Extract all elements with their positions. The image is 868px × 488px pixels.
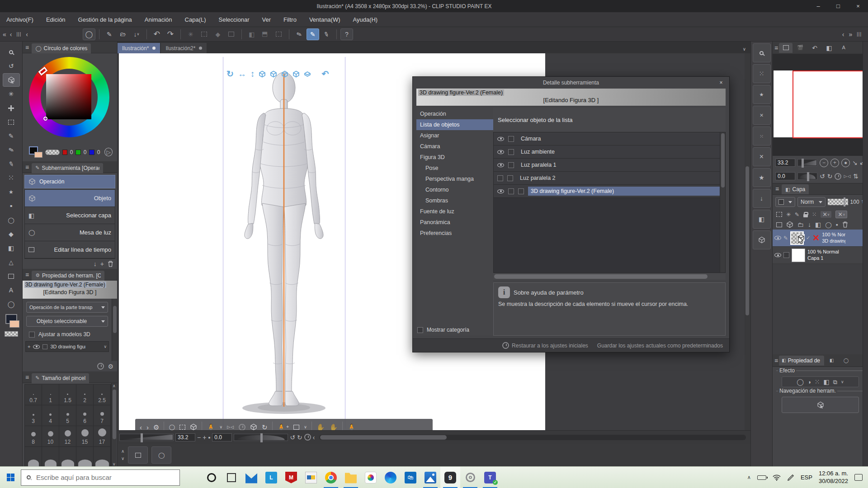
deselect-button[interactable]	[184, 28, 197, 40]
battery-icon[interactable]	[757, 475, 766, 480]
transparent-color-chip[interactable]	[5, 331, 18, 337]
brush-size-cell[interactable]	[94, 447, 111, 468]
brush-size-cell[interactable]: 2.5	[94, 385, 111, 405]
wifi-icon[interactable]	[773, 474, 781, 481]
subtool-item-seleccionar-capa[interactable]: Seleccionar capa	[25, 207, 115, 224]
brush-size-cell[interactable]	[76, 447, 94, 468]
tab-ilustracion-1[interactable]: Ilustración*	[118, 43, 160, 53]
undo-button[interactable]	[151, 28, 163, 40]
canvas-rotation-slider[interactable]	[234, 434, 288, 441]
object-checkbox[interactable]	[507, 175, 513, 181]
transparency-dropdown[interactable]: Operación de la parte transparente	[26, 302, 108, 313]
action-center-icon[interactable]	[854, 474, 863, 481]
opacity-slider[interactable]	[828, 199, 848, 205]
material-folder-favorites[interactable]	[753, 168, 771, 187]
snap-ruler-button[interactable]	[245, 28, 258, 40]
material-folder-color-pattern[interactable]	[753, 64, 771, 83]
menu-seleccionar[interactable]: Seleccionar	[219, 16, 250, 23]
layer-mask-icon[interactable]	[825, 222, 832, 228]
new-raster-layer-icon[interactable]	[776, 222, 782, 227]
tab-circulo-de-colores[interactable]: Círculo de colores	[32, 43, 91, 53]
saturation-value-square[interactable]	[46, 74, 91, 119]
combine-to-layer-icon[interactable]	[815, 221, 821, 228]
brush-size-cell[interactable]: 17	[94, 426, 111, 447]
layer-thumbnail-paper[interactable]	[792, 249, 805, 262]
restore-defaults-button[interactable]: Restaurar a los ajustes iniciales	[499, 341, 592, 350]
move-canvas-tool[interactable]	[3, 59, 20, 73]
save-as-default-button[interactable]: Guardar los ajustes actuales como predet…	[594, 341, 726, 350]
material-folder-monochrome[interactable]	[753, 85, 771, 104]
visibility-checkbox-off[interactable]	[497, 175, 503, 181]
category-panoramica[interactable]: Panorámica	[416, 217, 493, 228]
reset-all-settings-icon[interactable]	[97, 363, 104, 370]
brush-size-cell[interactable]	[42, 447, 59, 468]
redo-button[interactable]	[164, 28, 177, 40]
tab-propiedad-capa[interactable]: Propiedad de capa	[779, 356, 824, 366]
tab-propiedad-herramienta[interactable]: Propiedad de herram. [Objeto]	[32, 271, 104, 281]
panel-menu-icon[interactable]	[25, 374, 29, 380]
canvas-zoom-value[interactable]: 33.2	[175, 433, 195, 441]
panel-menu-icon[interactable]	[774, 357, 778, 364]
tab-item-bank[interactable]	[837, 43, 850, 53]
brush-size-cell[interactable]: 12	[59, 426, 76, 447]
zoom-tool[interactable]	[3, 45, 20, 59]
show-category-checkbox[interactable]	[417, 327, 423, 333]
taskbar-lightshot[interactable]: L	[261, 467, 281, 488]
menu-ayuda[interactable]: Ayuda(H)	[353, 16, 378, 23]
brush-size-cell[interactable]: 7	[94, 405, 111, 426]
airbrush-tool[interactable]	[3, 171, 20, 185]
taskbar-mcafee[interactable]: M	[281, 467, 301, 488]
category-figura-3d[interactable]: Figura 3D	[416, 152, 493, 163]
reset-rotation-icon[interactable]	[250, 423, 257, 430]
layer-select-checkbox[interactable]	[783, 252, 789, 258]
menu-edicion[interactable]: Edición	[46, 16, 66, 23]
tab-layer-search[interactable]	[825, 356, 839, 366]
taskbar-task-view[interactable]	[222, 467, 241, 488]
snap-to-grid-button[interactable]	[320, 28, 333, 40]
object-list-hscrollbar[interactable]	[493, 273, 726, 280]
tab-animation[interactable]: 🎬	[793, 43, 807, 53]
taskbar-clock[interactable]: 12:06 a. m. 30/08/2022	[819, 470, 848, 485]
tool-property-scrollbar[interactable]	[112, 299, 117, 361]
effect-tone-icon[interactable]: ◑	[807, 379, 811, 385]
tab-ilustracion-2[interactable]: Ilustración2*	[161, 43, 207, 53]
category-perspectiva-manga[interactable]: Perspectiva manga	[416, 174, 493, 184]
rotate-object-icon[interactable]	[270, 70, 277, 78]
taskbar-chrome[interactable]	[321, 467, 341, 488]
dialog-close-icon[interactable]: ×	[717, 79, 726, 87]
object-checkbox[interactable]	[42, 344, 47, 349]
brush-size-scrollbar[interactable]	[111, 383, 117, 467]
move-object-icon[interactable]	[259, 70, 266, 78]
layer-visible-eye-icon[interactable]	[774, 253, 781, 257]
balloon-tool[interactable]	[3, 297, 20, 311]
selection-tool[interactable]	[3, 115, 20, 129]
object-settings-icon[interactable]	[153, 424, 159, 431]
tab-layer-mask[interactable]	[840, 356, 853, 366]
object-checkbox[interactable]	[508, 136, 514, 142]
panel-menu-icon[interactable]	[25, 164, 29, 170]
ruler-range-icon[interactable]: ✕	[835, 211, 847, 218]
language-indicator[interactable]: ESP	[801, 474, 812, 481]
navigator-view-rect[interactable]	[793, 70, 868, 138]
chevron-down-icon[interactable]	[104, 345, 107, 349]
material-folder-manga[interactable]	[753, 106, 771, 125]
category-camara[interactable]: Cámara	[416, 141, 493, 152]
pencil-tool[interactable]	[3, 143, 20, 157]
canvas-rotation-value[interactable]: 0.0	[212, 433, 232, 441]
prev-model-icon[interactable]	[140, 424, 142, 431]
tab-capa[interactable]: Capa	[782, 184, 809, 194]
transfer-to-layer-icon[interactable]	[808, 221, 811, 228]
add-figure-icon[interactable]: 🧍	[207, 424, 215, 431]
panel-menu-icon[interactable]	[25, 272, 29, 278]
brush-size-cell[interactable]: 15	[76, 426, 94, 447]
blend-mode-dropdown[interactable]: Norm	[797, 197, 826, 207]
object-row-3d-figure[interactable]: 3D drawing figure-Ver.2 (Female)	[494, 185, 725, 198]
layer-row-capa-1[interactable]: 100 % Normal Capa 1	[773, 247, 868, 264]
color-mode-toggle-icon[interactable]: ▷	[104, 148, 113, 156]
effect-border-icon[interactable]	[797, 379, 804, 385]
expand-right-panels-icon[interactable]	[849, 31, 852, 38]
taskbar-photos[interactable]	[420, 467, 440, 488]
reset-camera-icon[interactable]	[262, 424, 268, 431]
brush-size-cell[interactable]	[59, 447, 76, 468]
navigator-rotation-slider[interactable]	[797, 173, 817, 180]
